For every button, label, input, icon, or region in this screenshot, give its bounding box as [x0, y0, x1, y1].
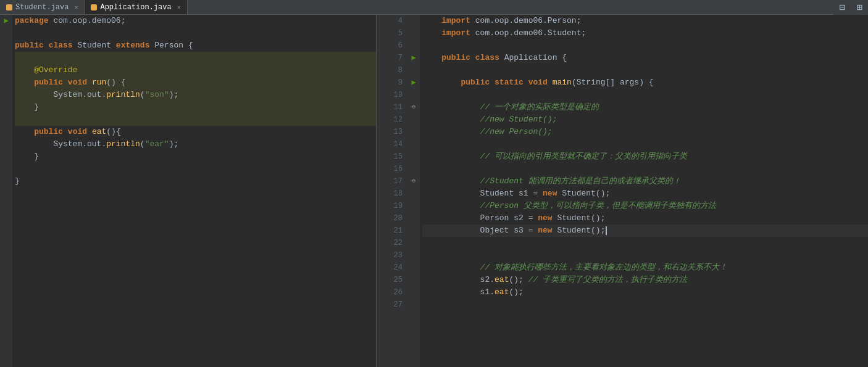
left-line-3: public class Student extends Person {	[15, 39, 376, 52]
right-gutter-20	[407, 249, 420, 262]
right-fold-11[interactable]: ⊖	[407, 101, 420, 113]
right-line-17: //Student 能调用的方法都是自己的或者继承父类的！	[422, 175, 868, 188]
left-code-area[interactable]: ▶ package com.oop.demo06; public c	[0, 15, 376, 367]
right-gutter-23	[407, 286, 420, 299]
left-line-12: }	[15, 151, 376, 163]
left-line-6: public void run() {	[15, 76, 376, 89]
left-gutter-14	[0, 175, 12, 188]
left-gutter-11	[0, 138, 12, 151]
left-gutter-12	[0, 151, 12, 163]
left-line-9	[15, 113, 376, 126]
right-editor-pane: 4 5 6 7 8 9 10 11 12 13 14 15 16 17 18 1…	[377, 15, 868, 367]
right-line-12: //new Student();	[422, 113, 868, 126]
left-line-7: System.out.println("son");	[15, 89, 376, 101]
right-line-7: public class Application {	[422, 52, 868, 64]
left-line-8: }	[15, 101, 376, 113]
left-line-10: public void eat(){	[15, 126, 376, 138]
line-num-14: 14	[377, 138, 403, 151]
line-num-22: 22	[377, 237, 403, 249]
right-gutter-24	[407, 299, 420, 311]
line-num-4: 4	[377, 15, 403, 27]
window-controls: ⊟ ⊞	[833, 0, 868, 15]
right-line-16	[422, 163, 868, 175]
left-gutter-9	[0, 113, 12, 126]
left-line-5: @Override	[15, 64, 376, 76]
line-num-11: 11	[377, 101, 403, 113]
left-line-1: package com.oop.demo06;	[15, 15, 376, 27]
line-num-21: 21	[377, 225, 403, 237]
right-line-13: //new Person();	[422, 126, 868, 138]
right-line-6	[422, 39, 868, 52]
right-line-4: import com.oop.demo06.Person;	[422, 15, 868, 27]
line-num-27: 27	[377, 299, 403, 311]
line-num-26: 26	[377, 286, 403, 299]
line-num-25: 25	[377, 274, 403, 286]
right-line-25: s2.eat(); // 子类重写了父类的方法，执行子类的方法	[422, 274, 868, 286]
left-gutter-10	[0, 126, 12, 138]
right-run-icon-9[interactable]: ▶	[407, 76, 420, 89]
left-code-lines[interactable]: package com.oop.demo06; public class Stu…	[12, 15, 376, 367]
right-gutter-11	[407, 138, 420, 151]
left-gutter-5	[0, 64, 12, 76]
right-gutter-7	[407, 89, 420, 101]
right-gutter-1	[407, 15, 420, 27]
right-line-numbers: 4 5 6 7 8 9 10 11 12 13 14 15 16 17 18 1…	[377, 15, 407, 367]
line-num-10: 10	[377, 89, 403, 101]
right-gutter-12	[407, 151, 420, 163]
left-gutter-2	[0, 27, 12, 39]
left-gutter-8	[0, 101, 12, 113]
right-gutter-18	[407, 225, 420, 237]
right-line-24: // 对象能执行哪些方法，主要看对象左边的类型，和右边关系不大！	[422, 262, 868, 274]
line-num-15: 15	[377, 151, 403, 163]
editor-settings-button[interactable]: ⊞	[851, 0, 868, 15]
right-line-27	[422, 299, 868, 311]
right-gutter-9	[407, 113, 420, 126]
right-gutter-21	[407, 262, 420, 274]
right-line-19: //Person 父类型，可以指向子类，但是不能调用子类独有的方法	[422, 200, 868, 212]
right-gutter-13	[407, 163, 420, 175]
right-gutter-17	[407, 212, 420, 225]
line-num-16: 16	[377, 163, 403, 175]
right-gutter-3	[407, 39, 420, 52]
right-line-18: Student s1 = new Student();	[422, 188, 868, 200]
tab-close-application[interactable]: ✕	[177, 4, 181, 11]
split-editor-button[interactable]: ⊟	[833, 0, 851, 15]
line-num-23: 23	[377, 249, 403, 262]
tab-close-student[interactable]: ✕	[74, 4, 78, 11]
java-file-icon-application	[91, 4, 97, 10]
right-gutter-19	[407, 237, 420, 249]
right-line-26: s1.eat();	[422, 286, 868, 299]
line-num-8: 8	[377, 64, 403, 76]
line-num-18: 18	[377, 188, 403, 200]
left-gutter-icons: ▶	[0, 15, 12, 367]
left-line-14: }	[15, 175, 376, 188]
left-gutter-13	[0, 163, 12, 175]
tab-application[interactable]: Application.java ✕	[85, 0, 187, 14]
right-code-area[interactable]: 4 5 6 7 8 9 10 11 12 13 14 15 16 17 18 1…	[377, 15, 868, 367]
line-num-7: 7	[377, 52, 403, 64]
left-gutter-4	[0, 52, 12, 64]
right-gutter-2	[407, 27, 420, 39]
left-gutter-6	[0, 76, 12, 89]
line-num-13: 13	[377, 126, 403, 138]
right-line-8	[422, 64, 868, 76]
right-line-10	[422, 89, 868, 101]
tab-student[interactable]: Student.java ✕	[0, 0, 85, 14]
left-run-icon-1[interactable]: ▶	[0, 15, 12, 27]
line-num-5: 5	[377, 27, 403, 39]
left-line-13	[15, 163, 376, 175]
right-fold-17[interactable]: ⊖	[407, 175, 420, 188]
right-gutter-22	[407, 274, 420, 286]
right-code-lines[interactable]: import com.oop.demo06.Person; import com…	[420, 15, 868, 367]
tab-bar: Student.java ✕ Application.java ✕ ⊟ ⊞	[0, 0, 868, 15]
left-line-11: System.out.println("ear");	[15, 138, 376, 151]
line-num-9: 9	[377, 76, 403, 89]
right-gutter-16	[407, 200, 420, 212]
right-run-icon-7[interactable]: ▶	[407, 52, 420, 64]
right-line-9: public static void main(String[] args) {	[422, 76, 868, 89]
line-num-20: 20	[377, 212, 403, 225]
right-line-14	[422, 138, 868, 151]
line-num-24: 24	[377, 262, 403, 274]
left-line-2	[15, 27, 376, 39]
right-gutter-5	[407, 64, 420, 76]
